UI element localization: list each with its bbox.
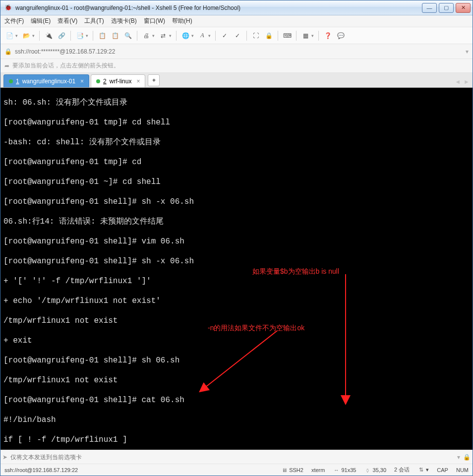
tab-next-icon[interactable]: ► bbox=[464, 78, 470, 85]
globe-button[interactable]: 🌐 bbox=[179, 30, 191, 42]
send-input-bar: ➤ ▾ 🔒 bbox=[0, 450, 473, 464]
terminal-line: [root@wangruifeng-01 shell]# sh 06.sh bbox=[3, 356, 470, 365]
tab-bar: 1 wangruifenglinux-01 × 2 wrf-linux × + … bbox=[0, 73, 473, 88]
app-window: 🐞 wangruifenglinux-01 - root@wangruifeng… bbox=[0, 0, 473, 476]
minimize-button[interactable]: — bbox=[422, 3, 437, 13]
check2-button[interactable]: ✓ bbox=[232, 30, 243, 42]
terminal-line: sh: 06.sh: 没有那个文件或目录 bbox=[3, 98, 470, 108]
menubar: 文件(F) 编辑(E) 查看(V) 工具(T) 选项卡(B) 窗口(W) 帮助(… bbox=[0, 15, 473, 27]
connect-button[interactable]: 🔌 bbox=[43, 30, 55, 42]
terminal-line: + exit bbox=[3, 336, 470, 346]
terminal-line: 06.sh:行14: 语法错误: 未预期的文件结尾 bbox=[3, 217, 470, 227]
status-size: 91x35 bbox=[341, 467, 356, 473]
add-tab-button[interactable]: + bbox=[148, 74, 160, 86]
tab-1[interactable]: 1 wangruifenglinux-01 × bbox=[3, 74, 89, 87]
menu-file[interactable]: 文件(F) bbox=[4, 17, 24, 25]
terminal-line: [root@wangruifeng-01 ~]# cd shell bbox=[3, 177, 470, 187]
fullscreen-button[interactable]: ⛶ bbox=[250, 30, 262, 42]
close-button[interactable]: ✕ bbox=[456, 3, 471, 13]
menu-tools[interactable]: 工具(T) bbox=[84, 17, 104, 25]
titlebar[interactable]: 🐞 wangruifenglinux-01 - root@wangruifeng… bbox=[0, 0, 473, 15]
lock-icon: 🔒 bbox=[463, 454, 471, 461]
add-session-icon[interactable]: ➦ bbox=[4, 62, 9, 69]
cursor-icon: ⎀ bbox=[364, 467, 371, 473]
status-cap: CAP bbox=[437, 467, 448, 473]
toolbar: 📄▾ 📂▾ 🔌 🔗 📑▾ 📋 📋 🔍 🖨▾ ⇄▾ 🌐▾ A▾ ✓ ✓ ⛶ 🔒 ⌨… bbox=[0, 27, 473, 44]
terminal-line: + echo '/tmp/wrflinux1 not exist' bbox=[3, 296, 470, 306]
print-button[interactable]: 🖨 bbox=[140, 30, 152, 42]
annotation-top: 如果变量$b为空输出b is null bbox=[252, 266, 339, 276]
tab-close-icon[interactable]: × bbox=[80, 78, 84, 85]
window-title: wangruifenglinux-01 - root@wangruifeng-0… bbox=[15, 4, 422, 11]
new-session-button[interactable]: 📄 bbox=[3, 30, 15, 42]
menu-help[interactable]: 帮助(H) bbox=[172, 17, 192, 25]
ssh-icon: 🖥 bbox=[281, 467, 288, 473]
paste-button[interactable]: 📋 bbox=[109, 30, 121, 42]
tab-label: wangruifenglinux-01 bbox=[22, 78, 75, 85]
menu-edit[interactable]: 编辑(E) bbox=[31, 17, 51, 25]
terminal-line: [root@wangruifeng-01 shell]# cat 06.sh bbox=[3, 395, 470, 405]
app-icon: 🐞 bbox=[4, 4, 12, 12]
keyboard-button[interactable]: ⌨ bbox=[281, 30, 293, 42]
terminal-line: if [ ! -f /tmp/wrflinux1 ] bbox=[3, 435, 470, 445]
terminal-line: [root@wangruifeng-01 tmp]# cd bbox=[3, 157, 470, 167]
tab-label: wrf-linux bbox=[110, 78, 132, 85]
tab-index: 1 bbox=[16, 78, 19, 85]
check1-button[interactable]: ✓ bbox=[219, 30, 231, 42]
status-sessions: 2 会话 bbox=[394, 466, 410, 474]
layout-button[interactable]: ▦ bbox=[299, 30, 311, 42]
hint-text: 要添加当前会话，点击左侧的箭头按钮。 bbox=[12, 61, 119, 70]
props-button[interactable]: 📑 bbox=[74, 30, 86, 42]
terminal-line: #!/bin/bash bbox=[3, 415, 470, 425]
terminal[interactable]: sh: 06.sh: 没有那个文件或目录 [root@wangruifeng-0… bbox=[0, 88, 473, 450]
tab-close-icon[interactable]: × bbox=[136, 78, 140, 85]
send-icon[interactable]: ➤ bbox=[2, 454, 7, 461]
terminal-line: [root@wangruifeng-01 shell]# sh -x 06.sh bbox=[3, 197, 470, 207]
lock-button[interactable]: 🔒 bbox=[263, 30, 275, 42]
find-button[interactable]: 🔍 bbox=[122, 30, 134, 42]
transfer-button[interactable]: ⇄ bbox=[157, 30, 169, 42]
feedback-button[interactable]: 💬 bbox=[335, 30, 347, 42]
terminal-line: + '[' '!' -f /tmp/wrflinux1 ']' bbox=[3, 276, 470, 286]
tab-2[interactable]: 2 wrf-linux × bbox=[91, 74, 145, 87]
status-num: NUM bbox=[456, 467, 469, 473]
status-dot-icon bbox=[96, 79, 100, 83]
tab-prev-icon[interactable]: ◄ bbox=[455, 78, 461, 85]
status-connection: ssh://root@192.168.57.129:22 bbox=[4, 467, 78, 473]
disconnect-button[interactable]: 🔗 bbox=[56, 30, 67, 42]
net-icon: ⇅ bbox=[417, 467, 424, 473]
terminal-line: [root@wangruifeng-01 shell]# vim 06.sh bbox=[3, 237, 470, 246]
terminal-line: [root@wangruifeng-01 tmp]# cd shell bbox=[3, 118, 470, 127]
send-input[interactable] bbox=[10, 454, 454, 461]
address-text: ssh://root:********@192.168.57.129:22 bbox=[15, 48, 115, 55]
font-button[interactable]: A bbox=[196, 30, 208, 42]
status-term: xterm bbox=[311, 467, 325, 473]
tab-index: 2 bbox=[103, 78, 107, 85]
menu-window[interactable]: 窗口(W) bbox=[144, 17, 165, 25]
menu-view[interactable]: 查看(V) bbox=[58, 17, 77, 25]
status-dot-icon bbox=[9, 79, 13, 83]
open-button[interactable]: 📂 bbox=[20, 30, 32, 42]
terminal-line: /tmp/wrflinux1 not exist bbox=[3, 375, 470, 385]
hint-bar: ➦ 要添加当前会话，点击左侧的箭头按钮。 bbox=[0, 59, 473, 73]
help-button[interactable]: ❓ bbox=[322, 30, 334, 42]
size-icon: ↔ bbox=[333, 467, 340, 473]
menu-tabs[interactable]: 选项卡(B) bbox=[111, 17, 137, 25]
terminal-line: /tmp/wrflinux1 not exist bbox=[3, 316, 470, 326]
copy-button[interactable]: 📋 bbox=[96, 30, 108, 42]
terminal-line: [root@wangruifeng-01 shell]# sh -x 06.sh bbox=[3, 256, 470, 266]
status-pos: 35,30 bbox=[373, 467, 387, 473]
address-bar[interactable]: 🔒 ssh://root:********@192.168.57.129:22 … bbox=[0, 44, 473, 59]
status-ssh: SSH2 bbox=[289, 467, 303, 473]
lock-icon: 🔒 bbox=[4, 48, 12, 55]
terminal-line: -bash: cd: shell: 没有那个文件或目录 bbox=[3, 137, 470, 147]
status-bar: ssh://root@192.168.57.129:22 🖥 SSH2 xter… bbox=[0, 464, 473, 476]
maximize-button[interactable]: ▢ bbox=[439, 3, 454, 13]
